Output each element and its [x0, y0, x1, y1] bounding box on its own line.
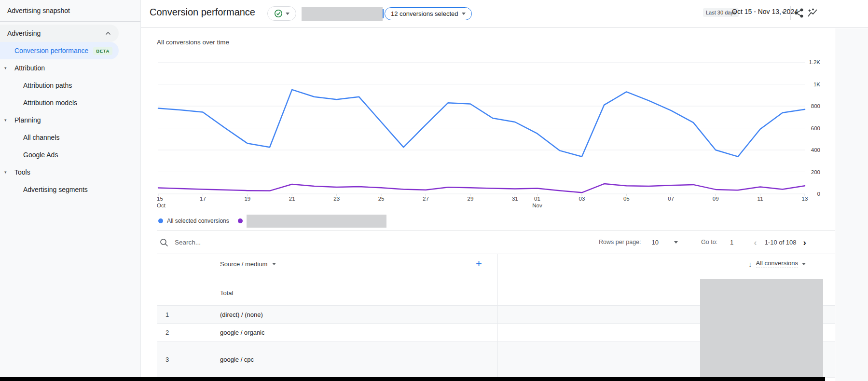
sidebar-item-label: Planning	[14, 116, 41, 124]
metric-header-label: All conversions	[756, 259, 798, 268]
sidebar-item-google-ads[interactable]: Google Ads	[0, 146, 119, 163]
redacted-metric-values	[700, 279, 823, 381]
expand-arrow-icon[interactable]: ▾	[4, 118, 7, 122]
svg-text:23: 23	[333, 196, 340, 202]
redacted-property-selector	[302, 7, 383, 21]
selector-divider	[383, 9, 384, 18]
svg-text:29: 29	[467, 196, 473, 202]
table-search	[159, 231, 319, 254]
bottom-bar	[0, 377, 825, 381]
source-medium-cell: google / cpc	[220, 356, 254, 363]
check-circle-icon	[274, 9, 283, 18]
search-icon	[159, 238, 169, 247]
sidebar-item-advertising-segments[interactable]: Advertising segments	[0, 181, 119, 198]
dimension-header[interactable]: Source / medium	[220, 254, 276, 274]
top-header: Conversion performance 12 conversions se…	[141, 0, 868, 28]
search-input[interactable]	[175, 239, 319, 246]
chevron-up-icon	[105, 31, 111, 35]
svg-text:03: 03	[579, 196, 585, 202]
legend-dot-purple	[238, 218, 243, 223]
rows-per-page-label: Rows per page:	[599, 239, 641, 245]
column-divider	[497, 254, 498, 377]
table-total-label: Total	[220, 284, 233, 302]
sidebar-item-label: Attribution	[14, 64, 45, 72]
rows-per-page-select[interactable]: 10	[652, 239, 659, 246]
legend-dot-blue	[158, 218, 163, 223]
row-number: 2	[157, 329, 220, 336]
sidebar-item-all-channels[interactable]: All channels	[0, 129, 119, 146]
add-column-button[interactable]: +	[476, 254, 482, 274]
svg-text:800: 800	[811, 103, 820, 109]
beta-badge: BETA	[93, 47, 112, 55]
sidebar-item-attribution-paths[interactable]: Attribution paths	[0, 77, 119, 94]
svg-text:21: 21	[289, 196, 295, 202]
chevron-down-icon	[782, 12, 785, 14]
svg-text:15: 15	[157, 196, 163, 202]
page-background-strip	[836, 28, 868, 381]
svg-text:1.2K: 1.2K	[809, 59, 820, 65]
dimension-header-label: Source / medium	[220, 260, 267, 268]
sidebar-item-label: Advertising segments	[23, 186, 88, 193]
sidebar-item-planning[interactable]: ▾Planning	[0, 111, 119, 129]
sidebar-item-attribution-models[interactable]: Attribution models	[0, 94, 119, 111]
conversions-line-chart: 02004006008001K1.2K15Oct1719212325272931…	[158, 53, 834, 208]
sidebar-section-label: Advertising	[7, 29, 41, 37]
sidebar-item-advertising-snapshot[interactable]: Advertising snapshot	[0, 0, 140, 21]
sidebar-item-conversion-performance[interactable]: Conversion performanceBETA	[0, 42, 119, 59]
svg-text:Oct: Oct	[157, 203, 166, 208]
expand-arrow-icon[interactable]: ▾	[4, 170, 7, 175]
share-icon[interactable]	[793, 7, 805, 19]
svg-text:01: 01	[534, 196, 540, 202]
row-number: 1	[157, 311, 220, 318]
go-to-input[interactable]: 1	[730, 239, 733, 246]
svg-text:13: 13	[802, 196, 808, 202]
redacted-legend-label	[247, 215, 386, 228]
svg-text:Nov: Nov	[532, 203, 542, 208]
svg-text:17: 17	[200, 196, 206, 202]
metric-header[interactable]: ↓ All conversions	[695, 254, 806, 274]
chevron-down-icon	[272, 263, 276, 265]
sidebar-section-advertising[interactable]: Advertising	[0, 25, 119, 42]
svg-text:600: 600	[811, 125, 820, 131]
pagination-range: 1-10 of 108	[765, 239, 797, 246]
svg-text:05: 05	[623, 196, 630, 202]
previous-page-icon[interactable]: ‹	[754, 238, 757, 247]
chevron-down-icon	[462, 13, 466, 15]
chevron-down-icon	[802, 263, 806, 265]
row-number: 3	[157, 356, 220, 363]
legend-label-all-selected-conversions: All selected conversions	[167, 218, 229, 224]
sidebar-item-label: All channels	[23, 134, 60, 141]
date-range-picker[interactable]: Oct 15 - Nov 13, 2024	[732, 8, 798, 15]
sidebar-item-attribution[interactable]: ▾Attribution	[0, 59, 119, 77]
sidebar: Advertising snapshot Advertising Convers…	[0, 0, 141, 377]
conversion-status-pill[interactable]	[267, 6, 296, 21]
sidebar-item-label: Attribution models	[23, 99, 77, 107]
svg-text:19: 19	[244, 196, 250, 202]
chevron-down-icon	[286, 13, 289, 15]
sidebar-item-label: Google Ads	[23, 151, 58, 159]
chevron-down-icon[interactable]	[674, 241, 678, 244]
page-title: Conversion performance	[150, 7, 255, 18]
svg-text:0: 0	[817, 191, 820, 197]
svg-text:25: 25	[378, 196, 385, 202]
sidebar-item-tools[interactable]: ▾Tools	[0, 163, 119, 181]
table-pagination: Rows per page: 10 Go to: 1 ‹ 1-10 of 108…	[599, 231, 806, 254]
header-divider	[790, 6, 791, 20]
svg-text:11: 11	[758, 196, 763, 202]
svg-text:400: 400	[811, 147, 820, 153]
next-page-icon[interactable]: ›	[803, 238, 806, 247]
sidebar-item-label: Conversion performance	[14, 47, 88, 54]
svg-text:200: 200	[811, 169, 820, 175]
chart-title: All conversions over time	[157, 39, 229, 46]
conversions-selected-label: 12 conversions selected	[391, 10, 458, 17]
svg-text:09: 09	[713, 196, 719, 202]
conversions-selected-pill[interactable]: 12 conversions selected	[385, 7, 472, 20]
source-medium-cell: google / organic	[220, 329, 265, 336]
sidebar-item-label: Tools	[14, 168, 30, 176]
expand-arrow-icon[interactable]: ▾	[4, 66, 7, 70]
ga-advertising-app: Advertising snapshot Advertising Convers…	[0, 0, 868, 381]
insights-icon[interactable]	[807, 7, 818, 19]
source-medium-cell: (direct) / (none)	[220, 311, 263, 318]
svg-text:27: 27	[423, 196, 429, 202]
chart-legend: All selected conversions	[158, 214, 386, 228]
